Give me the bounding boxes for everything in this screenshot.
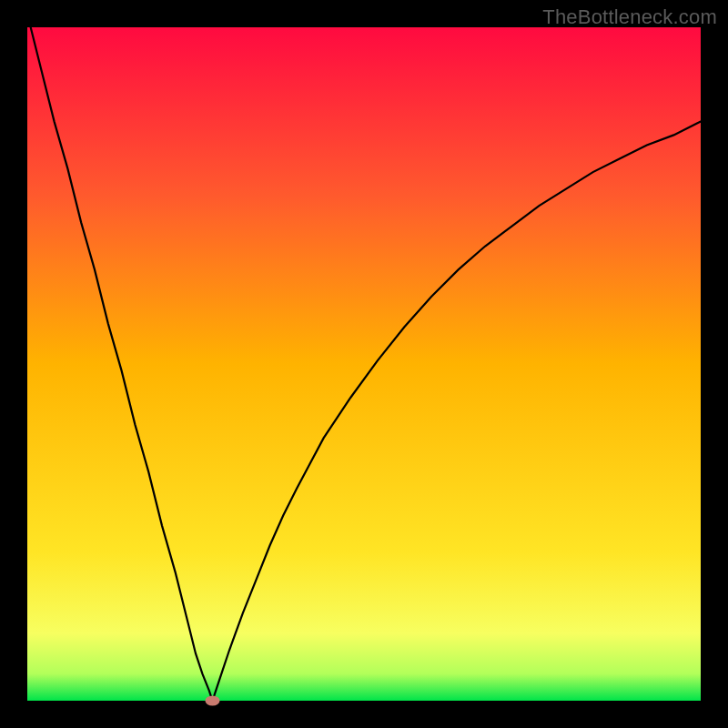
bottleneck-chart — [0, 0, 728, 728]
vertex-marker — [206, 696, 220, 706]
chart-container: TheBottleneck.com — [0, 0, 728, 728]
plot-background — [27, 27, 701, 701]
watermark-text: TheBottleneck.com — [542, 5, 717, 29]
